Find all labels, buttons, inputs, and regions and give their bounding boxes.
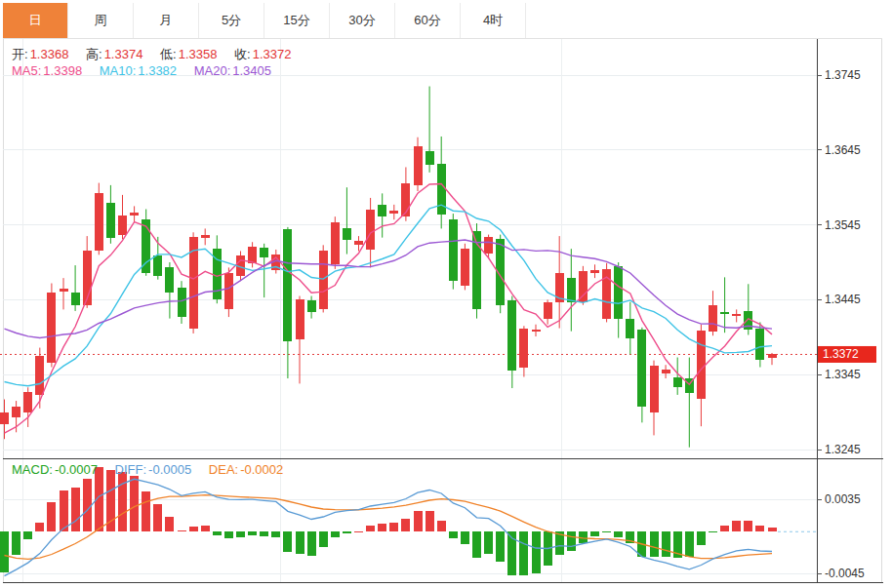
macd-bar [496,531,505,561]
low-label: 低: [160,47,177,61]
timeframe-tabbar: 日周月5分15分30分60分4时 [3,3,882,39]
macd-bar [697,531,706,545]
macd-legend: MACD:-0.0007 DIFF:-0.0005 DEA:-0.0002 [12,462,285,477]
macd-bar [650,531,659,557]
macd-bar [484,531,493,554]
dea-value: -0.0002 [240,462,283,477]
high-value: 1.3374 [104,47,143,61]
ma20-line [5,240,773,338]
diff-label: DIFF: [115,462,147,477]
macd-bar [248,531,257,535]
macd-bar [602,531,611,532]
macd-bar [142,491,150,531]
macd-bar [461,531,469,544]
macd-bar [685,531,694,557]
current-price-label: 1.3372 [823,347,859,361]
macd-bar [165,517,174,531]
macd-bar [118,472,127,531]
macd-bar [662,531,670,556]
macd-bar [472,531,481,558]
candles-layer [0,87,777,448]
tab-4时[interactable]: 4时 [461,3,526,38]
macd-bar [426,511,434,531]
macd-tick: -0.0045 [825,567,865,580]
macd-bar [271,531,280,537]
macd-bar [709,531,717,532]
macd-bar [283,531,292,552]
macd-bar [236,531,245,537]
kline-widget: 日周月5分15分30分60分4时 1.37451.36451.35451.344… [0,0,892,588]
macd-bar [23,531,32,538]
macd-bar [414,511,423,531]
close-label: 收: [234,47,251,61]
ma-legend: MA5:1.3398 MA10:1.3382 MA20:1.3405 [12,63,273,78]
price-tick: 1.3245 [825,443,861,456]
diff-value: -0.0005 [148,462,191,477]
macd-bar [519,531,528,575]
macd-bar [590,531,599,536]
tab-60分[interactable]: 60分 [395,3,461,38]
macd-bar [389,523,398,531]
tab-15分[interactable]: 15分 [264,3,330,38]
macd-bar [307,531,316,556]
macd-bar [732,521,741,531]
macd-bar [614,531,623,537]
macd-bar [378,524,386,531]
macd-bar [0,531,9,572]
macd-bar [744,521,752,531]
macd-bar [153,504,162,531]
ma20-layer [5,240,773,338]
macd-bar [567,531,576,551]
high-label: 高: [86,47,102,61]
macd-bar [83,479,92,531]
price-tick: 1.3445 [825,293,861,306]
macd-bar [60,490,68,531]
macd-bar [331,531,340,536]
price-tick: 1.3745 [825,68,861,82]
macd-bar [260,531,268,536]
macd-bar [35,523,44,531]
axis-labels: 1.37451.36451.35451.34451.33451.32450.00… [817,68,865,580]
dea-label: DEA: [209,462,238,477]
tab-5分[interactable]: 5分 [199,3,264,38]
price-tick: 1.3345 [825,368,861,381]
macd-value: -0.0007 [55,462,98,477]
macd-bar [354,531,363,532]
ma10-label: MA10: [100,63,137,78]
macd-bar [12,531,20,554]
tab-周[interactable]: 周 [68,3,134,38]
ma20-label: MA20: [194,63,231,78]
macd-tick: 0.0035 [825,492,861,506]
low-value: 1.3358 [179,47,218,61]
macd-bar [224,531,233,537]
macd-bar [296,531,304,554]
tab-30分[interactable]: 30分 [330,3,395,38]
macd-bar [768,528,777,531]
macd-bar [343,531,351,533]
macd-bar [755,526,764,532]
macd-bar [437,521,446,531]
macd-bar [189,527,198,531]
macd-bar [401,519,410,531]
macd-bar [449,531,458,538]
open-label: 开: [12,47,28,61]
kline-chart[interactable]: 1.37451.36451.35451.34451.33451.32450.00… [0,0,892,588]
tab-日[interactable]: 日 [3,3,68,38]
macd-bar [213,531,222,535]
tab-月[interactable]: 月 [134,3,199,38]
ma20-value: 1.3405 [232,63,271,78]
macd-layer [0,467,816,576]
close-value: 1.3372 [253,47,292,61]
macd-bar [720,526,729,532]
macd-bar [201,526,210,532]
open-value: 1.3368 [30,47,69,61]
ma5-value: 1.3398 [43,63,82,78]
macd-bar [532,531,541,573]
macd-bar [178,530,186,531]
macd-bar [47,502,56,531]
price-tick: 1.3545 [825,218,861,232]
ma5-label: MA5: [12,63,41,78]
macd-bar [319,531,328,547]
macd-bar [366,526,375,531]
macd-label: MACD: [12,462,53,477]
